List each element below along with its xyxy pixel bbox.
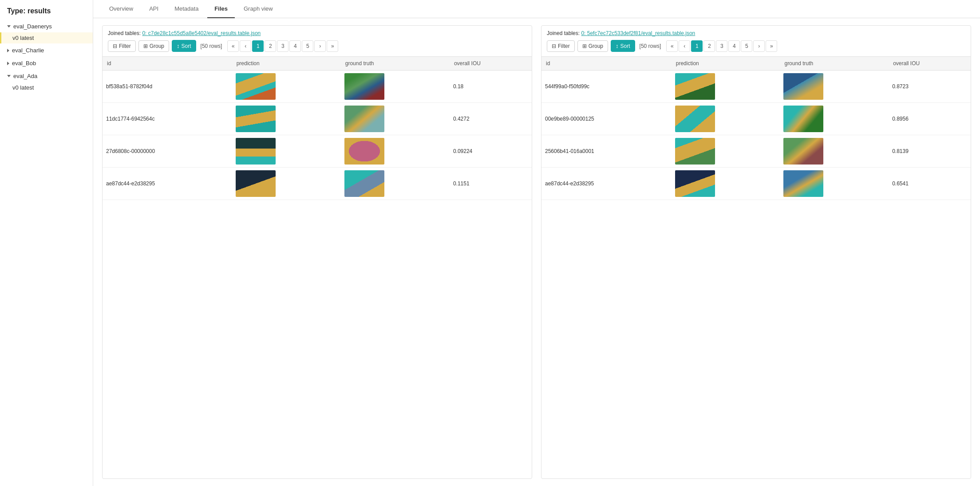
- tab-graph-view[interactable]: Graph view: [237, 0, 280, 18]
- right-row1-pred-img[interactable]: [675, 73, 715, 100]
- left-group-button[interactable]: Group: [138, 40, 169, 52]
- left-page-1[interactable]: 1: [252, 40, 264, 52]
- right-row4-pred: [672, 168, 780, 200]
- right-data-table: id prediction ground truth overall IOU 5…: [541, 57, 971, 200]
- left-row4-id: ae87dc44-e2d38295: [103, 168, 232, 200]
- table-row: bf538a51-8782f04d 0.18: [103, 71, 532, 103]
- left-row1-pred-img[interactable]: [236, 73, 276, 100]
- left-row4-truth-img[interactable]: [344, 170, 384, 197]
- right-sort-button[interactable]: Sort: [611, 40, 635, 52]
- right-joined-link[interactable]: 0: 5efc7ec72c533def2f81/eval_results.tab…: [581, 30, 695, 36]
- right-row1-pred: [672, 71, 780, 103]
- tab-files[interactable]: Files: [207, 0, 235, 18]
- left-row2-iou: 0.4272: [450, 103, 532, 135]
- left-row3-id: 27d6808c-00000000: [103, 135, 232, 168]
- right-page-last[interactable]: »: [766, 40, 777, 52]
- sidebar-group-bob: eval_Bob: [0, 57, 93, 69]
- sidebar-item-daenerys-v0[interactable]: v0 latest: [0, 32, 93, 43]
- left-joined-link[interactable]: 0: c7de28c1c55d5a8e5402/eval_results.tab…: [142, 30, 261, 36]
- sidebar-group-charlie: eval_Charlie: [0, 44, 93, 56]
- left-row-count: [50 rows]: [201, 43, 222, 49]
- right-filter-button[interactable]: Filter: [547, 40, 575, 52]
- left-page-prev[interactable]: ‹: [240, 40, 251, 52]
- right-row4-truth-img[interactable]: [783, 170, 823, 197]
- left-page-last[interactable]: »: [327, 40, 338, 52]
- tab-metadata[interactable]: Metadata: [167, 0, 205, 18]
- group-icon-right: [582, 43, 587, 49]
- right-row2-truth-img[interactable]: [783, 106, 823, 132]
- right-col-id: id: [541, 57, 672, 71]
- right-row3-pred: [672, 135, 780, 168]
- right-row2-iou: 0.8956: [889, 103, 971, 135]
- main-content: Overview API Metadata Files Graph view J…: [93, 0, 980, 486]
- sidebar-group-header-charlie[interactable]: eval_Charlie: [0, 44, 93, 56]
- right-page-4[interactable]: 4: [728, 40, 740, 52]
- left-toolbar: Joined tables: 0: c7de28c1c55d5a8e5402/e…: [103, 26, 532, 57]
- left-row3-pred-img[interactable]: [236, 138, 276, 165]
- sidebar-group-ada: eval_Ada v0 latest: [0, 70, 93, 93]
- right-toolbar-controls: Filter Group Sort [50 rows] « ‹ 1: [547, 40, 965, 52]
- right-page-2[interactable]: 2: [703, 40, 715, 52]
- left-row4-pred-img[interactable]: [236, 170, 276, 197]
- left-filter-button[interactable]: Filter: [108, 40, 136, 52]
- sidebar-group-label-charlie: eval_Charlie: [12, 47, 44, 54]
- sidebar-group-header-bob[interactable]: eval_Bob: [0, 57, 93, 69]
- right-page-5[interactable]: 5: [741, 40, 752, 52]
- sidebar-group-header-ada[interactable]: eval_Ada: [0, 70, 93, 82]
- right-row3-truth-img[interactable]: [783, 138, 823, 165]
- left-row1-truth-img[interactable]: [344, 73, 384, 100]
- table-row: 27d6808c-00000000 0.09224: [103, 135, 532, 168]
- right-col-ground-truth: ground truth: [780, 57, 889, 71]
- filter-icon: [113, 43, 117, 49]
- right-row4-pred-img[interactable]: [675, 170, 715, 197]
- left-page-3[interactable]: 3: [277, 40, 288, 52]
- left-page-4[interactable]: 4: [289, 40, 301, 52]
- left-sort-button[interactable]: Sort: [172, 40, 196, 52]
- table-row: ae87dc44-e2d38295 0.6541: [541, 168, 971, 200]
- tab-overview[interactable]: Overview: [102, 0, 140, 18]
- left-row3-truth-img[interactable]: [344, 138, 384, 165]
- right-row2-pred: [672, 103, 780, 135]
- right-row4-iou: 0.6541: [889, 168, 971, 200]
- sidebar: Type: results eval_Daenerys v0 latest ev…: [0, 0, 93, 486]
- sidebar-group-label-daenerys: eval_Daenerys: [13, 23, 52, 30]
- sort-icon: [177, 43, 180, 49]
- right-pagination: « ‹ 1 2 3 4 5 › »: [666, 40, 777, 52]
- table-row: 544f99a0-f50fd99c 0.8723: [541, 71, 971, 103]
- right-row2-pred-img[interactable]: [675, 106, 715, 132]
- left-data-table: id prediction ground truth overall IOU b…: [103, 57, 532, 200]
- left-col-iou: overall IOU: [450, 57, 532, 71]
- right-row-count: [50 rows]: [640, 43, 661, 49]
- left-row2-truth-img[interactable]: [344, 106, 384, 132]
- right-page-next[interactable]: ›: [753, 40, 765, 52]
- left-col-ground-truth: ground truth: [341, 57, 450, 71]
- right-row2-truth: [780, 103, 889, 135]
- right-page-prev[interactable]: ‹: [679, 40, 690, 52]
- right-row3-pred-img[interactable]: [675, 138, 715, 165]
- tab-api[interactable]: API: [142, 0, 166, 18]
- right-page-3[interactable]: 3: [716, 40, 727, 52]
- left-row4-truth: [341, 168, 450, 200]
- right-row2-id: 00e9be89-00000125: [541, 103, 672, 135]
- left-page-first[interactable]: «: [227, 40, 239, 52]
- expand-icon-charlie: [7, 49, 9, 52]
- left-row1-id: bf538a51-8782f04d: [103, 71, 232, 103]
- right-page-1[interactable]: 1: [691, 40, 703, 52]
- left-page-5[interactable]: 5: [302, 40, 313, 52]
- left-page-next[interactable]: ›: [314, 40, 326, 52]
- left-row2-pred: [232, 103, 341, 135]
- right-row1-truth: [780, 71, 889, 103]
- left-table-panel: Joined tables: 0: c7de28c1c55d5a8e5402/e…: [102, 25, 532, 479]
- expand-icon-daenerys: [7, 25, 11, 27]
- left-row1-iou: 0.18: [450, 71, 532, 103]
- right-row1-truth-img[interactable]: [783, 73, 823, 100]
- left-page-2[interactable]: 2: [265, 40, 276, 52]
- left-row2-truth: [341, 103, 450, 135]
- sidebar-item-ada-v0[interactable]: v0 latest: [0, 82, 93, 93]
- left-joined-label: Joined tables:: [108, 30, 141, 36]
- sidebar-group-header-daenerys[interactable]: eval_Daenerys: [0, 20, 93, 32]
- right-group-button[interactable]: Group: [577, 40, 608, 52]
- right-page-first[interactable]: «: [666, 40, 678, 52]
- group-icon: [143, 43, 148, 49]
- left-row2-pred-img[interactable]: [236, 106, 276, 132]
